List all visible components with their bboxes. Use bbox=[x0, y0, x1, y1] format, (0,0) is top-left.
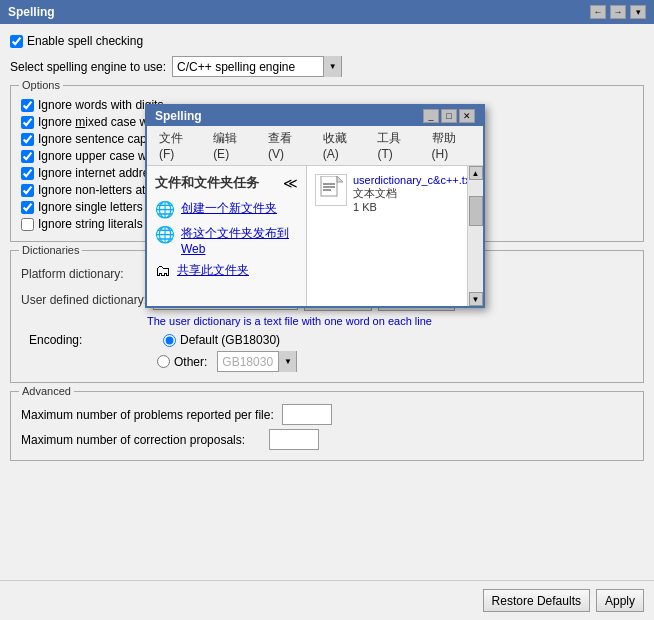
float-menubar: 文件(F) 编辑(E) 查看(V) 收藏(A) 工具(T) 帮助(H) bbox=[147, 126, 483, 166]
option-checkbox-0[interactable] bbox=[21, 99, 34, 112]
nav-back-button[interactable]: ← bbox=[590, 5, 606, 19]
user-dict-label: User defined dictionary: bbox=[21, 293, 147, 307]
float-panel-toggle[interactable]: ≪ bbox=[283, 175, 298, 191]
main-window: Spelling ← → ▾ Enable spell checking Sel… bbox=[0, 0, 654, 620]
menu-view[interactable]: 查看(V) bbox=[260, 128, 315, 163]
svg-marker-1 bbox=[337, 176, 343, 182]
task-icon-2: 🗂 bbox=[155, 262, 171, 280]
scroll-thumb[interactable] bbox=[469, 196, 483, 226]
task-icon-0: 🌐 bbox=[155, 200, 175, 219]
max-proposals-label: Maximum number of correction proposals: bbox=[21, 433, 261, 447]
content-area: Enable spell checking Select spelling en… bbox=[0, 24, 654, 580]
advanced-grid: Maximum number of problems reported per … bbox=[21, 404, 633, 450]
other-encoding-arrow[interactable]: ▼ bbox=[278, 351, 296, 372]
advanced-group: Advanced Maximum number of problems repo… bbox=[10, 391, 644, 461]
float-maximize-button[interactable]: □ bbox=[441, 109, 457, 123]
option-checkbox-6[interactable] bbox=[21, 201, 34, 214]
task-item-0[interactable]: 🌐 创建一个新文件夹 bbox=[155, 200, 298, 219]
floating-window: Spelling _ □ ✕ 文件(F) 编辑(E) 查看(V) 收藏(A) 工… bbox=[145, 104, 485, 308]
options-group-title: Options bbox=[19, 79, 63, 91]
option-checkbox-5[interactable] bbox=[21, 184, 34, 197]
float-window-title: Spelling bbox=[155, 109, 202, 123]
option-checkbox-1[interactable] bbox=[21, 116, 34, 129]
menu-tools[interactable]: 工具(T) bbox=[369, 128, 423, 163]
file-icon-0 bbox=[315, 174, 347, 206]
other-encoding-radio-row: Other: bbox=[157, 355, 207, 369]
default-encoding-label: Default (GB18030) bbox=[180, 333, 280, 347]
dictionaries-group-title: Dictionaries bbox=[19, 244, 82, 256]
max-proposals-row: Maximum number of correction proposals: … bbox=[21, 429, 633, 450]
file-info-0: userdictionary_c&c++.txt 文本文档 1 KB bbox=[353, 174, 467, 213]
float-left-title-text: 文件和文件夹任务 bbox=[155, 174, 259, 192]
other-encoding-select[interactable]: GB18030 ▼ bbox=[217, 351, 297, 372]
option-checkbox-2[interactable] bbox=[21, 133, 34, 146]
file-name-0: userdictionary_c&c++.txt bbox=[353, 174, 467, 186]
task-label-2[interactable]: 共享此文件夹 bbox=[177, 262, 249, 279]
window-title: Spelling bbox=[8, 5, 55, 19]
other-encoding-value: GB18030 bbox=[218, 355, 278, 369]
float-close-button[interactable]: ✕ bbox=[459, 109, 475, 123]
file-size-0: 1 KB bbox=[353, 201, 467, 213]
file-type-0: 文本文档 bbox=[353, 186, 467, 201]
scroll-down-arrow[interactable]: ▼ bbox=[469, 292, 483, 306]
scroll-up-arrow[interactable]: ▲ bbox=[469, 166, 483, 180]
engine-label: Select spelling engine to use: bbox=[10, 60, 166, 74]
user-dict-info: The user dictionary is a text file with … bbox=[147, 315, 633, 327]
svg-rect-0 bbox=[321, 176, 337, 196]
task-item-1[interactable]: 🌐 将这个文件夹发布到Web bbox=[155, 225, 298, 256]
encoding-section: Encoding: Default (GB18030) Other: GB180… bbox=[21, 333, 633, 372]
option-checkbox-3[interactable] bbox=[21, 150, 34, 163]
float-left-panel: 文件和文件夹任务 ≪ 🌐 创建一个新文件夹 🌐 将这个文件夹发布到Web 🗂 共… bbox=[147, 166, 307, 306]
engine-select[interactable]: C/C++ spelling engine ▼ bbox=[172, 56, 342, 77]
menu-favorites[interactable]: 收藏(A) bbox=[315, 128, 370, 163]
other-encoding-label: Other: bbox=[174, 355, 207, 369]
menu-edit[interactable]: 编辑(E) bbox=[205, 128, 260, 163]
engine-select-value: C/C++ spelling engine bbox=[173, 60, 323, 74]
menu-file[interactable]: 文件(F) bbox=[151, 128, 205, 163]
enable-spell-checking-checkbox[interactable] bbox=[10, 35, 23, 48]
option-checkbox-4[interactable] bbox=[21, 167, 34, 180]
task-icon-1: 🌐 bbox=[155, 225, 175, 244]
float-scrollbar[interactable]: ▲ ▼ bbox=[467, 166, 483, 306]
engine-selector-row: Select spelling engine to use: C/C++ spe… bbox=[10, 56, 644, 77]
engine-select-arrow[interactable]: ▼ bbox=[323, 56, 341, 77]
max-problems-label: Maximum number of problems reported per … bbox=[21, 408, 274, 422]
bottom-bar: Restore Defaults Apply bbox=[0, 580, 654, 620]
enable-spell-checking-row: Enable spell checking bbox=[10, 34, 644, 48]
option-label-6: Ignore single letters bbox=[38, 200, 143, 214]
float-body: 文件和文件夹任务 ≪ 🌐 创建一个新文件夹 🌐 将这个文件夹发布到Web 🗂 共… bbox=[147, 166, 483, 306]
menu-help[interactable]: 帮助(H) bbox=[424, 128, 479, 163]
encoding-label: Encoding: bbox=[29, 333, 149, 347]
option-label-7: Ignore string literals bbox=[38, 217, 143, 231]
enable-spell-checking-label: Enable spell checking bbox=[27, 34, 143, 48]
apply-button[interactable]: Apply bbox=[596, 589, 644, 612]
float-left-title: 文件和文件夹任务 ≪ bbox=[155, 174, 298, 192]
nav-dropdown-button[interactable]: ▾ bbox=[630, 5, 646, 19]
advanced-group-title: Advanced bbox=[19, 385, 74, 397]
max-problems-row: Maximum number of problems reported per … bbox=[21, 404, 633, 425]
title-bar-controls: ← → ▾ bbox=[590, 5, 646, 19]
float-minimize-button[interactable]: _ bbox=[423, 109, 439, 123]
default-encoding-row: Default (GB18030) bbox=[163, 333, 280, 347]
task-item-2[interactable]: 🗂 共享此文件夹 bbox=[155, 262, 298, 280]
task-label-0[interactable]: 创建一个新文件夹 bbox=[181, 200, 277, 217]
title-bar: Spelling ← → ▾ bbox=[0, 0, 654, 24]
max-proposals-input[interactable]: 20 bbox=[269, 429, 319, 450]
float-right-panel: userdictionary_c&c++.txt 文本文档 1 KB bbox=[307, 166, 467, 306]
nav-forward-button[interactable]: → bbox=[610, 5, 626, 19]
other-encoding-radio[interactable] bbox=[157, 355, 170, 368]
option-checkbox-7[interactable] bbox=[21, 218, 34, 231]
max-problems-input[interactable]: 100 bbox=[282, 404, 332, 425]
restore-defaults-button[interactable]: Restore Defaults bbox=[483, 589, 590, 612]
file-item-0: userdictionary_c&c++.txt 文本文档 1 KB bbox=[315, 174, 459, 213]
encoding-label-row: Encoding: Default (GB18030) bbox=[29, 333, 633, 347]
float-title-bar: Spelling _ □ ✕ bbox=[147, 106, 483, 126]
default-encoding-radio[interactable] bbox=[163, 334, 176, 347]
platform-dict-label: Platform dictionary: bbox=[21, 267, 141, 281]
other-encoding-row: Other: GB18030 ▼ bbox=[149, 351, 633, 372]
task-label-1[interactable]: 将这个文件夹发布到Web bbox=[181, 225, 289, 256]
